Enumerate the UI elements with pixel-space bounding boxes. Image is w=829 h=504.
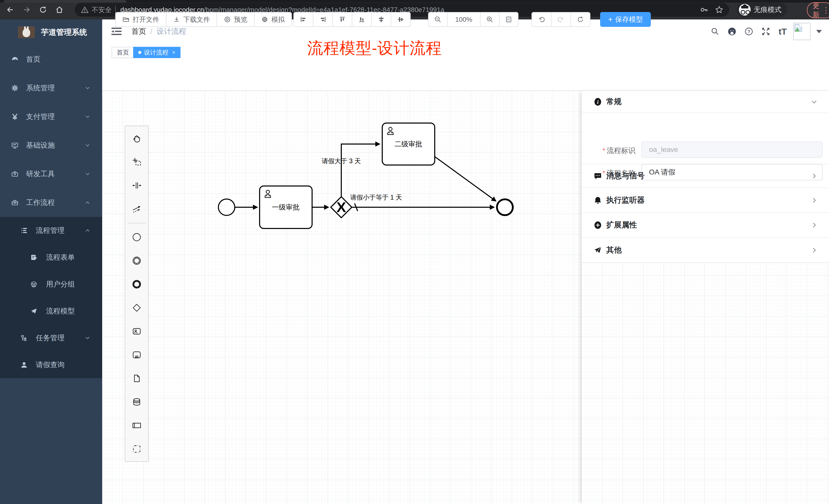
sidebar-item-system[interactable]: 系统管理 <box>0 74 102 102</box>
incognito-badge: 无痕模式 <box>737 2 787 17</box>
dashboard-icon <box>11 56 19 63</box>
github-icon[interactable] <box>723 23 741 40</box>
flow-list-icon <box>21 227 28 234</box>
align-right-button[interactable] <box>313 12 332 26</box>
section-general[interactable]: i 常规 <box>582 91 829 113</box>
send-icon <box>593 246 602 255</box>
preview-button[interactable]: 预览 <box>217 12 254 26</box>
help-icon[interactable]: ? <box>741 23 757 40</box>
designer-toolbar <box>102 62 829 91</box>
search-icon[interactable] <box>707 23 723 40</box>
redo-button[interactable] <box>551 12 570 26</box>
sidebar-item-home[interactable]: 首页 <box>0 45 102 74</box>
process-key-label: *流程标识 <box>584 146 636 156</box>
exclusive-gateway[interactable]: X <box>331 197 352 218</box>
bookmark-star-icon[interactable] <box>715 5 723 14</box>
zoom-out-button[interactable] <box>429 12 447 26</box>
avatar[interactable] <box>793 23 810 40</box>
zoom-button-group: 100% <box>428 12 518 27</box>
avatar-caret-icon[interactable] <box>816 30 822 33</box>
update-label: 更新 <box>813 1 820 20</box>
align-center-vertical-button[interactable] <box>391 12 410 26</box>
sidebar-logo-row[interactable]: 芋道管理系统 <box>0 20 102 45</box>
active-tag-dot <box>138 51 141 54</box>
browser-tab[interactable] <box>4 0 127 3</box>
align-center-horizontal-button[interactable] <box>371 12 391 26</box>
section-extended-attributes[interactable]: 扩展属性 <box>582 213 829 238</box>
open-file-button[interactable]: 打开文件 <box>116 12 166 26</box>
section-other[interactable]: 其他 <box>582 238 829 263</box>
align-top-button[interactable] <box>332 12 352 26</box>
monitor-icon <box>11 142 19 149</box>
zoom-in-button[interactable] <box>480 12 499 26</box>
sidebar-item-payment[interactable]: 支付管理 <box>0 102 102 131</box>
end-event[interactable] <box>497 199 513 215</box>
sidebar-item-user-group[interactable]: 用户分组 <box>0 271 102 298</box>
message-icon <box>593 172 602 180</box>
sidebar-item-task-mgmt[interactable]: 任务管理 <box>0 324 102 351</box>
tags-view: 首页 设计流程 × <box>102 43 829 62</box>
browser-menu-icon[interactable]: ⋮ <box>822 6 829 14</box>
chevron-right-icon <box>810 247 818 254</box>
tag-design-process[interactable]: 设计流程 × <box>133 47 180 58</box>
sidebar-collapse-icon[interactable] <box>111 27 121 36</box>
browser-tab-strip <box>0 0 829 3</box>
zoom-reset-button[interactable] <box>499 12 518 26</box>
chevron-down-icon <box>84 142 91 149</box>
user-task-level1[interactable]: 一级审批 <box>260 186 312 228</box>
breadcrumb-home[interactable]: 首页 <box>131 26 146 37</box>
robot-face-icon <box>30 281 37 288</box>
chip-icon <box>261 16 268 23</box>
browser-home-button[interactable] <box>53 4 66 16</box>
chevron-down-icon <box>810 98 818 105</box>
start-event[interactable] <box>218 199 235 216</box>
browser-reload-button[interactable] <box>37 4 49 16</box>
sidebar-item-workflow[interactable]: 工作流程 <box>0 188 102 217</box>
sidebar-item-process-mgmt[interactable]: 流程管理 <box>0 217 102 244</box>
properties-panel: i 常规 *流程标识 *流程名称 消息与信号 <box>582 91 829 263</box>
tag-close-icon[interactable]: × <box>172 49 175 56</box>
tag-home[interactable]: 首页 <box>112 47 134 58</box>
sidebar-item-leave-query[interactable]: 请假查询 <box>0 351 102 378</box>
chevron-right-icon <box>810 172 818 180</box>
fullscreen-icon[interactable] <box>757 23 774 40</box>
properties-panel-column: i 常规 *流程标识 *流程名称 消息与信号 <box>582 91 829 504</box>
svg-text:i: i <box>597 99 599 105</box>
process-key-input[interactable] <box>641 142 823 158</box>
briefcase-icon <box>11 199 19 206</box>
file-button-group: 打开文件 下载文件 预览 模拟 <box>115 12 292 27</box>
browser-back-button[interactable] <box>4 4 16 16</box>
app-logo-image <box>18 26 35 38</box>
form-edit-icon <box>30 254 37 261</box>
sidebar-item-process-form[interactable]: 流程表单 <box>0 244 102 271</box>
browser-update-button[interactable]: 更新 ⋮ <box>807 2 829 18</box>
chevron-right-icon <box>810 197 818 204</box>
restart-button[interactable] <box>570 12 590 26</box>
chevron-down-icon <box>84 113 91 120</box>
undo-button[interactable] <box>532 12 551 26</box>
browser-forward-button[interactable] <box>21 4 33 16</box>
sidebar-item-devtools[interactable]: 研发工具 <box>0 160 102 188</box>
flow-label-le1[interactable]: 请假小于等于 1 天 <box>350 194 402 201</box>
align-left-button[interactable] <box>294 12 313 26</box>
download-file-button[interactable]: 下载文件 <box>166 12 217 26</box>
general-fields: *流程标识 *流程名称 <box>582 113 829 164</box>
section-message-signal[interactable]: 消息与信号 <box>582 164 829 188</box>
align-bottom-button[interactable] <box>352 12 371 26</box>
font-size-icon[interactable]: tT <box>774 23 791 40</box>
section-execution-listener[interactable]: 执行监听器 <box>582 188 829 213</box>
flow-task2-to-end[interactable] <box>434 156 496 201</box>
zoom-level-value[interactable]: 100% <box>447 12 480 26</box>
sidebar-item-infra[interactable]: 基础设施 <box>0 131 102 160</box>
flow-label-gt3[interactable]: 请假大于 3 天 <box>322 157 361 164</box>
incognito-icon <box>739 4 751 15</box>
flow-gateway-to-task2[interactable] <box>341 144 380 197</box>
sidebar-item-process-model[interactable]: 流程模型 <box>0 298 102 324</box>
user-task-level2[interactable]: 二级审批 <box>382 123 435 165</box>
save-model-button[interactable]: + 保存模型 <box>600 12 651 27</box>
info-icon: i <box>593 98 602 106</box>
preview-icon <box>224 16 231 23</box>
simulate-button[interactable]: 模拟 <box>254 12 291 26</box>
password-key-icon[interactable] <box>700 6 708 14</box>
yen-icon <box>11 113 19 120</box>
